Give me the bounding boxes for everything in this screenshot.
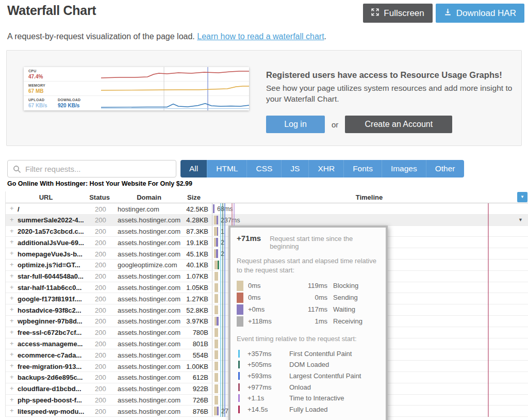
expand-plus-icon[interactable]: + [10,362,14,369]
expand-plus-icon[interactable]: + [10,306,14,313]
status-cell: 200 [95,385,106,393]
request-bar[interactable] [214,294,218,303]
url-cell[interactable]: wpbeginner-97b8d... [18,317,82,325]
waterfall-help-link[interactable]: Learn how to read a waterfall chart [197,32,324,41]
column-header-size[interactable]: Size [187,193,201,201]
request-bar[interactable] [214,216,218,224]
request-timing-tooltip: +71ms Request start time since the begin… [228,225,388,420]
expand-plus-icon[interactable]: + [10,284,14,291]
url-cell[interactable]: free-migration-913... [18,363,81,370]
request-bar[interactable] [214,373,218,382]
column-header-status[interactable]: Status [89,193,110,201]
request-bar[interactable] [214,249,218,258]
url-cell[interactable]: homepageVueJs-b... [18,250,82,258]
filter-requests-input[interactable] [8,160,176,177]
expand-plus-icon[interactable]: + [10,340,14,347]
expand-plus-icon[interactable]: + [10,385,14,392]
tab-html[interactable]: HTML [207,160,246,177]
url-cell[interactable]: litespeed-wp-modu... [18,408,84,415]
status-cell: 200 [95,261,106,269]
timeline-options-dropdown[interactable]: ▼ [517,192,527,202]
fullscreen-button[interactable]: Fullscreen [363,4,432,23]
request-bar[interactable] [214,340,218,348]
tab-other[interactable]: Other [426,160,464,177]
url-cell[interactable]: access-manageme... [18,340,82,348]
create-account-button[interactable]: Create an Account [345,116,452,133]
tab-fonts[interactable]: Fonts [343,160,382,177]
expand-plus-icon[interactable]: + [10,396,14,403]
url-cell[interactable]: google-f173f8191f.... [18,295,82,303]
chevron-down-icon[interactable]: ▼ [518,217,523,222]
request-bar[interactable] [214,272,218,281]
size-cell: 40.1KB [159,261,208,269]
expand-plus-icon[interactable]: + [10,407,14,414]
expand-plus-icon[interactable]: + [10,250,14,257]
column-header-url[interactable]: URL [39,193,53,201]
url-cell[interactable]: additionalJsVue-69... [18,239,84,247]
request-bar[interactable] [214,362,218,370]
expand-plus-icon[interactable]: + [10,238,14,246]
url-cell[interactable]: star-full-6044548a0... [18,272,84,280]
expand-plus-icon[interactable]: + [10,329,14,336]
dom-loaded-swatch [238,361,240,368]
expand-plus-icon[interactable]: + [10,317,14,325]
column-header-timeline[interactable]: Timeline [356,193,383,201]
event-name: Time to Interactive [289,394,344,402]
bar-segment [217,317,219,326]
expand-plus-icon[interactable]: + [10,216,14,223]
timeline-cell: 237ms [212,215,528,225]
request-bar[interactable] [214,317,219,326]
request-bar[interactable] [214,261,219,269]
request-bar[interactable] [214,396,218,405]
request-bar[interactable] [213,204,214,213]
expand-plus-icon[interactable]: + [10,295,14,302]
expand-plus-icon[interactable]: + [10,374,14,381]
url-cell[interactable]: hostadvice-93f8c2... [18,306,81,314]
request-bar[interactable] [214,350,218,359]
url-cell[interactable]: 2020-1a57c3cbcd.c... [18,228,84,235]
url-cell[interactable]: summerSale2022-4... [18,216,84,224]
phase-elapsed-time: 119ms [295,282,327,289]
request-bar[interactable] [214,227,218,236]
url-cell[interactable]: backups-2d6e895c... [18,374,82,381]
url-cell[interactable]: star-half-11ab6cc0... [18,284,81,292]
download-har-button[interactable]: Download HAR [436,4,524,23]
tab-xhr[interactable]: XHR [308,160,343,177]
url-cell[interactable]: optimize.js?id=GT... [18,261,80,269]
size-cell: 1.00KB [159,363,208,370]
url-cell[interactable]: ecommerce-c7ada... [18,351,81,359]
size-cell: 87.3KB [159,228,208,235]
expand-plus-icon[interactable]: + [10,351,14,358]
page-subtitle: A request-by-request visualization of th… [7,32,326,41]
url-cell[interactable]: free-ssl-c672bc7cf... [18,329,81,336]
request-bar[interactable] [214,238,218,247]
phase-elapsed-time: 117ms [295,305,327,313]
login-button[interactable]: Log in [266,116,325,133]
phase-name: Blocking [333,282,378,289]
url-cell[interactable]: cloudflare-d1bcbd... [18,385,81,393]
tab-images[interactable]: Images [382,160,426,177]
status-cell: 200 [95,250,106,258]
phase-row: +118ms1msReceiving [237,315,378,327]
url-cell[interactable]: / [18,205,20,213]
or-text: or [332,120,338,129]
request-bar[interactable] [214,328,218,337]
expand-plus-icon[interactable]: + [10,205,14,212]
hostinger-ad-link[interactable]: Go Online With Hostinger: Host Your Webs… [7,180,192,187]
url-cell[interactable]: php-speed-boost-f... [18,396,82,404]
column-header-domain[interactable]: Domain [137,193,161,201]
tab-css[interactable]: CSS [246,160,281,177]
size-cell: 1.07KB [159,272,208,280]
status-cell: 200 [95,408,106,415]
expand-plus-icon[interactable]: + [10,272,14,280]
request-bar[interactable] [214,283,218,292]
request-bar[interactable] [214,407,219,415]
expand-plus-icon[interactable]: + [10,228,14,235]
tab-js[interactable]: JS [281,160,308,177]
request-bar[interactable] [214,305,218,314]
timing-label: 68ms [217,205,233,213]
request-bar[interactable] [214,384,218,393]
events-intro: Event timing relative to the request sta… [237,334,378,344]
tab-all[interactable]: All [180,160,207,177]
expand-plus-icon[interactable]: + [10,261,14,268]
